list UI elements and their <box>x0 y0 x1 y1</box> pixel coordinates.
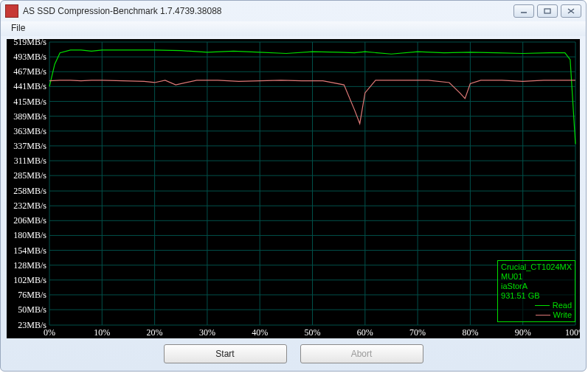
legend-capacity: 931.51 GB <box>501 291 572 301</box>
client-area: 519MB/s493MB/s467MB/s441MB/s415MB/s389MB… <box>7 39 580 366</box>
maximize-icon <box>544 8 551 14</box>
legend-read-label: Read <box>553 301 572 310</box>
legend-driver: iaStorA <box>501 282 572 291</box>
minimize-icon <box>520 8 528 14</box>
svg-text:20%: 20% <box>147 327 163 338</box>
legend-box: Crucial_CT1024MX MU01 iaStorA 931.51 GB … <box>497 260 575 322</box>
close-icon <box>567 8 575 14</box>
svg-rect-1 <box>544 9 550 13</box>
button-row: Start Abort <box>7 341 580 366</box>
svg-text:363MB/s: 363MB/s <box>13 126 46 136</box>
svg-rect-4 <box>7 39 580 338</box>
legend-write-swatch <box>536 315 550 316</box>
svg-text:100%: 100% <box>565 327 580 338</box>
svg-text:154MB/s: 154MB/s <box>13 245 46 256</box>
legend-read: Read <box>501 301 572 310</box>
legend-write-label: Write <box>553 310 572 320</box>
svg-text:232MB/s: 232MB/s <box>13 201 46 211</box>
app-window: AS SSD Compression-Benchmark 1.7.4739.38… <box>0 0 587 372</box>
chart-canvas: 519MB/s493MB/s467MB/s441MB/s415MB/s389MB… <box>7 39 580 338</box>
svg-text:40%: 40% <box>252 327 268 338</box>
svg-text:311MB/s: 311MB/s <box>14 156 47 166</box>
svg-text:50%: 50% <box>305 327 321 338</box>
legend-read-swatch <box>535 305 550 306</box>
svg-text:10%: 10% <box>94 327 110 338</box>
legend-write: Write <box>501 310 572 320</box>
svg-text:70%: 70% <box>409 327 426 338</box>
svg-text:76MB/s: 76MB/s <box>18 290 46 300</box>
svg-text:206MB/s: 206MB/s <box>13 215 46 226</box>
svg-text:493MB/s: 493MB/s <box>13 52 46 62</box>
start-button[interactable]: Start <box>164 344 287 363</box>
chart-area: 519MB/s493MB/s467MB/s441MB/s415MB/s389MB… <box>7 39 580 338</box>
svg-text:90%: 90% <box>515 327 531 338</box>
legend-firmware: MU01 <box>501 272 572 282</box>
svg-text:60%: 60% <box>357 327 373 338</box>
app-icon <box>5 4 18 18</box>
maximize-button[interactable] <box>537 4 558 18</box>
menubar: File <box>1 21 586 36</box>
titlebar: AS SSD Compression-Benchmark 1.7.4739.38… <box>1 1 586 21</box>
svg-text:258MB/s: 258MB/s <box>13 186 46 196</box>
svg-text:337MB/s: 337MB/s <box>13 141 46 151</box>
svg-text:128MB/s: 128MB/s <box>13 260 46 271</box>
svg-text:441MB/s: 441MB/s <box>13 81 46 91</box>
window-title: AS SSD Compression-Benchmark 1.7.4739.38… <box>23 6 513 16</box>
minimize-button[interactable] <box>513 4 534 18</box>
svg-text:102MB/s: 102MB/s <box>13 275 46 285</box>
svg-text:285MB/s: 285MB/s <box>13 170 46 181</box>
svg-text:415MB/s: 415MB/s <box>13 97 46 107</box>
svg-text:519MB/s: 519MB/s <box>13 39 46 47</box>
window-controls <box>513 4 581 18</box>
svg-text:50MB/s: 50MB/s <box>18 304 46 315</box>
svg-text:23MB/s: 23MB/s <box>18 320 46 330</box>
svg-text:0%: 0% <box>44 327 55 338</box>
svg-text:30%: 30% <box>199 327 215 338</box>
svg-text:180MB/s: 180MB/s <box>13 230 46 240</box>
menu-file[interactable]: File <box>7 21 30 35</box>
close-button[interactable] <box>561 4 581 18</box>
svg-text:80%: 80% <box>462 327 478 338</box>
svg-text:389MB/s: 389MB/s <box>13 111 46 122</box>
legend-device: Crucial_CT1024MX <box>501 262 572 272</box>
abort-button[interactable]: Abort <box>300 344 423 363</box>
svg-text:467MB/s: 467MB/s <box>13 66 46 77</box>
